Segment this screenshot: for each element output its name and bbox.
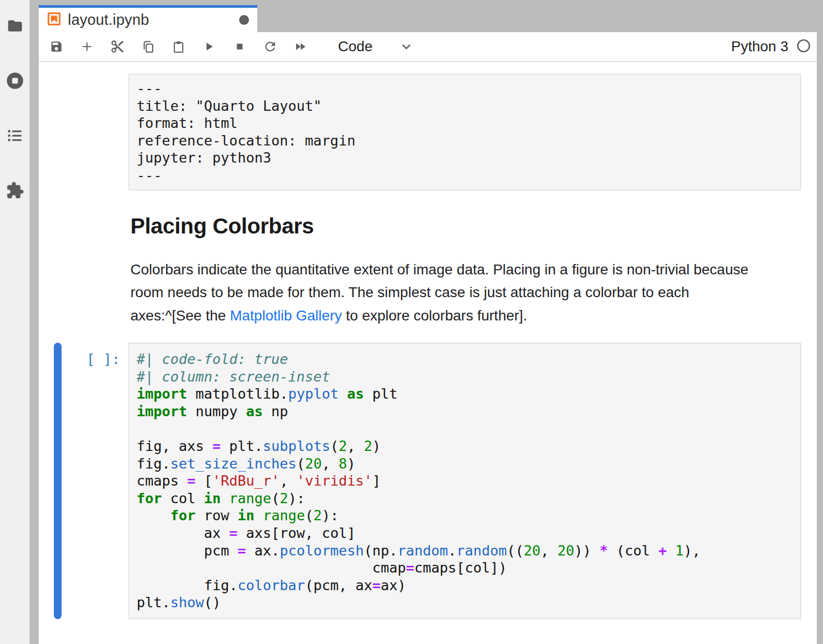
markdown-paragraph: Colorbars indicate the quantitative exte…: [130, 258, 817, 328]
kernel-name-button[interactable]: Python 3: [731, 38, 788, 55]
jupyterlab-window: layout.ipynb: [0, 0, 823, 644]
tab-bar: layout.ipynb: [39, 0, 823, 32]
kernel-area: Python 3: [731, 38, 817, 55]
main-area: layout.ipynb: [39, 0, 823, 644]
refresh-icon: [263, 39, 277, 54]
markdown-cell: Placing Colorbars Colorbars indicate the…: [130, 214, 817, 328]
cell-type-value: Code: [338, 38, 373, 55]
matplotlib-gallery-link[interactable]: Matplotlib Gallery: [230, 308, 342, 324]
puzzle-icon: [6, 181, 24, 200]
input-prompt: [ ]:: [62, 343, 128, 619]
code-cell-editor[interactable]: #| code-fold: true#| column: screen-inse…: [128, 343, 801, 619]
paste-cells-button[interactable]: [172, 40, 185, 53]
fast-forward-icon: [293, 40, 308, 53]
scrollbar-track: [817, 32, 823, 644]
stop-circle-icon: [6, 71, 24, 90]
clipboard-icon: [172, 40, 185, 54]
play-icon: [203, 40, 215, 53]
notebook-panel: Code Python 3 ---title: "Quarto Layout"f…: [39, 32, 817, 644]
sidebar-divider: [30, 0, 39, 644]
unsaved-indicator[interactable]: [239, 15, 249, 25]
copy-icon: [141, 40, 155, 54]
cell-type-dropdown[interactable]: Code: [338, 38, 413, 55]
interrupt-kernel-button[interactable]: [233, 40, 246, 53]
sidebar-item-extensions[interactable]: [6, 181, 24, 200]
heading-placing-colorbars: Placing Colorbars: [130, 214, 817, 239]
code-cell: [ ]: #| code-fold: true#| column: screen…: [39, 343, 817, 619]
kernel-status-icon: [797, 39, 811, 55]
notebook-file-icon: [47, 12, 61, 28]
cut-cells-button[interactable]: [111, 40, 124, 53]
tab-layout-ipynb[interactable]: layout.ipynb: [39, 5, 257, 32]
add-cell-button[interactable]: [80, 40, 94, 53]
cell-collapser[interactable]: [54, 343, 62, 619]
notebook-toolbar: Code Python 3: [39, 32, 817, 62]
save-button[interactable]: [50, 40, 63, 53]
scissors-icon: [110, 39, 125, 54]
sidebar-item-table-of-contents[interactable]: [6, 126, 24, 145]
list-icon: [6, 127, 24, 144]
run-cell-button[interactable]: [202, 40, 216, 53]
folder-icon: [6, 18, 24, 34]
restart-kernel-button[interactable]: [263, 40, 277, 53]
save-icon: [50, 40, 63, 53]
raw-cell-editor[interactable]: ---title: "Quarto Layout"format: htmlref…: [128, 74, 801, 191]
plus-icon: [80, 40, 94, 53]
sidebar-item-file-browser[interactable]: [6, 17, 24, 35]
notebook-content: ---title: "Quarto Layout"format: htmlref…: [39, 62, 817, 644]
copy-cells-button[interactable]: [141, 40, 155, 53]
restart-run-all-button[interactable]: [294, 40, 307, 53]
left-sidebar: [0, 0, 30, 644]
stop-icon: [233, 40, 246, 53]
chevron-down-icon: [373, 40, 413, 53]
tab-title: layout.ipynb: [68, 11, 149, 28]
sidebar-item-running-sessions[interactable]: [6, 71, 24, 90]
